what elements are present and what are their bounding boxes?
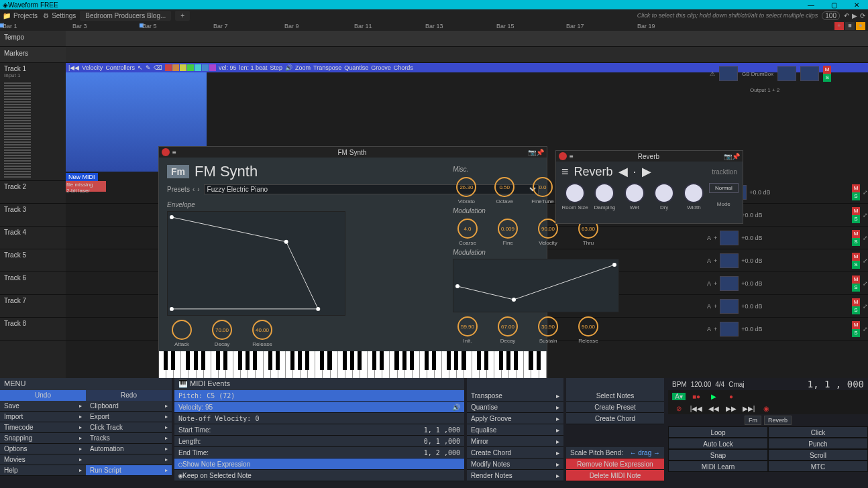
modify-item[interactable]: Apply Groove▸ xyxy=(467,413,563,424)
solo-button[interactable]: S xyxy=(852,261,860,269)
black-key[interactable] xyxy=(290,351,294,370)
position-display[interactable]: 1, 1 , 000 xyxy=(808,379,864,389)
track-header-6[interactable]: Track 6 xyxy=(0,272,66,295)
black-key[interactable] xyxy=(305,351,309,370)
black-key[interactable] xyxy=(447,351,451,370)
black-key[interactable] xyxy=(186,351,190,370)
mute-button[interactable]: M xyxy=(852,253,860,261)
add-marker-button[interactable]: + xyxy=(834,22,844,30)
color-swatch[interactable] xyxy=(202,64,209,71)
black-key[interactable] xyxy=(499,351,503,370)
add-icon[interactable]: + xyxy=(714,280,717,287)
track-header-7[interactable]: Track 7 xyxy=(0,295,66,318)
color-swatch[interactable] xyxy=(195,64,201,71)
expand-icon[interactable]: ⤢ xyxy=(863,280,868,287)
select-notes-button[interactable]: Select Notes xyxy=(566,390,664,402)
camera-icon[interactable]: 📷 xyxy=(724,153,732,160)
black-key[interactable] xyxy=(194,351,198,370)
mute-button[interactable]: M xyxy=(852,184,860,192)
undo-button[interactable]: Undo xyxy=(0,390,86,401)
solo-button[interactable]: S xyxy=(852,192,860,200)
tempo-label[interactable]: Tempo xyxy=(0,31,66,47)
timeline-ruler[interactable]: Bar 1 Bar 3 Bar 5 Bar 7 Bar 9 Bar 11 Bar… xyxy=(0,21,868,31)
black-key[interactable] xyxy=(425,351,429,370)
marker-mode-button[interactable]: ■ xyxy=(845,22,855,30)
remove-note-expression-button[interactable]: Remove Note Expression xyxy=(566,459,664,470)
automation-icon[interactable]: A xyxy=(707,303,711,310)
loop-icon[interactable]: ⟳ xyxy=(860,12,865,19)
mute-button[interactable]: M xyxy=(852,207,860,215)
preset-prev-button[interactable]: ‹ xyxy=(193,186,195,193)
black-key[interactable] xyxy=(514,351,518,370)
automation-icon[interactable]: A xyxy=(707,257,711,264)
stop-button[interactable]: ◉ xyxy=(759,405,773,412)
prev-icon[interactable]: ◀ xyxy=(618,164,628,179)
plugin-slot[interactable] xyxy=(720,276,739,291)
track-header-4[interactable]: Track 4 xyxy=(0,227,66,249)
transport-option[interactable]: Scroll xyxy=(768,449,868,461)
modify-item[interactable]: Equalise▸ xyxy=(467,424,563,436)
modify-item[interactable]: Quantise▸ xyxy=(467,402,563,413)
mute-button[interactable]: M xyxy=(852,230,860,238)
black-key[interactable] xyxy=(410,351,414,370)
black-key[interactable] xyxy=(298,351,302,370)
fm-chip[interactable]: Fm xyxy=(745,416,761,425)
create-preset-button[interactable]: Create Preset xyxy=(566,402,664,413)
projects-link[interactable]: Projects xyxy=(13,12,38,19)
modify-item[interactable]: Modify Notes▸ xyxy=(467,459,563,470)
plugin-slot[interactable] xyxy=(720,322,739,337)
velocity-button[interactable]: Velocity xyxy=(82,64,103,71)
knob-vibrato[interactable]: 26.30Vibrato xyxy=(453,177,480,204)
zoom-button[interactable]: Zoom xyxy=(295,64,311,71)
knob-sustain[interactable]: 30.90Sustain xyxy=(533,316,563,344)
menu-item[interactable]: Save▸ xyxy=(0,401,86,412)
menu-item[interactable]: Import▸ xyxy=(0,412,86,422)
step-button[interactable]: Step xyxy=(270,64,282,71)
plugin-slot[interactable] xyxy=(777,66,796,81)
black-key[interactable] xyxy=(380,351,384,370)
forward-button[interactable]: ▶▶ xyxy=(724,405,738,412)
length-field[interactable]: Length:0, 1 ,000 xyxy=(174,436,464,447)
color-swatch[interactable] xyxy=(172,64,179,71)
reverb-knob-width[interactable]: Width xyxy=(679,183,708,210)
solo-button[interactable]: S xyxy=(852,238,860,246)
knob-fine[interactable]: 0.009Fine xyxy=(493,219,523,246)
menu-item[interactable]: ▸ xyxy=(86,454,172,465)
transport-option[interactable]: Auto Lock xyxy=(668,438,768,449)
modulation-graph[interactable] xyxy=(453,259,619,312)
transport-option[interactable]: MTC xyxy=(768,461,868,472)
rewind-button[interactable]: ◀◀ xyxy=(707,405,720,412)
groove-button[interactable]: Groove xyxy=(371,64,391,71)
next-icon[interactable]: ▶ xyxy=(642,164,651,179)
close-icon[interactable]: ✕ xyxy=(848,1,865,9)
markers-label[interactable]: Markers xyxy=(0,47,66,63)
track-header-1[interactable]: Track 1 Input 1 xyxy=(0,63,66,181)
knob-coarse[interactable]: 4.0Coarse xyxy=(453,219,482,246)
black-key[interactable] xyxy=(327,351,331,370)
reverb-window[interactable]: ≡ Reverb 📷 📌 ≡ Reverb ◀ · ▶ tracktion Ro… xyxy=(555,150,743,224)
reverb-knob-dry[interactable]: Dry xyxy=(649,183,679,210)
tempo-lane[interactable] xyxy=(66,31,868,47)
color-swatch[interactable] xyxy=(165,64,172,71)
mute-button[interactable]: M xyxy=(852,276,860,284)
track-input[interactable]: Input 1 xyxy=(4,72,20,78)
project-tab[interactable]: Bedroom Producers Blog... xyxy=(80,11,171,21)
plugin-slot[interactable] xyxy=(720,231,739,245)
menu-item[interactable]: Run Script▸ xyxy=(86,465,172,476)
black-key[interactable] xyxy=(164,351,168,370)
solo-button[interactable]: S xyxy=(852,306,860,314)
knob-decay[interactable]: 67.00Decay xyxy=(493,316,523,344)
menu-item[interactable]: Timecode▸ xyxy=(0,422,86,433)
black-key[interactable] xyxy=(454,351,458,370)
transport-option[interactable]: Loop xyxy=(668,426,768,438)
create-chord-button[interactable]: Create Chord xyxy=(566,413,664,424)
track-header-3[interactable]: Track 3 xyxy=(0,204,66,227)
menu-item[interactable]: Clipboard▸ xyxy=(86,401,172,412)
menu-item[interactable]: Export▸ xyxy=(86,412,172,422)
folder-icon[interactable]: 📁 xyxy=(3,12,11,19)
expand-icon[interactable]: ⤢ xyxy=(863,326,868,332)
knob-decay[interactable]: 70.00Decay xyxy=(207,320,237,347)
clip-nav-start-icon[interactable]: |◀◀ xyxy=(68,64,79,71)
solo-button[interactable]: S xyxy=(852,215,860,223)
black-key[interactable] xyxy=(223,351,227,370)
